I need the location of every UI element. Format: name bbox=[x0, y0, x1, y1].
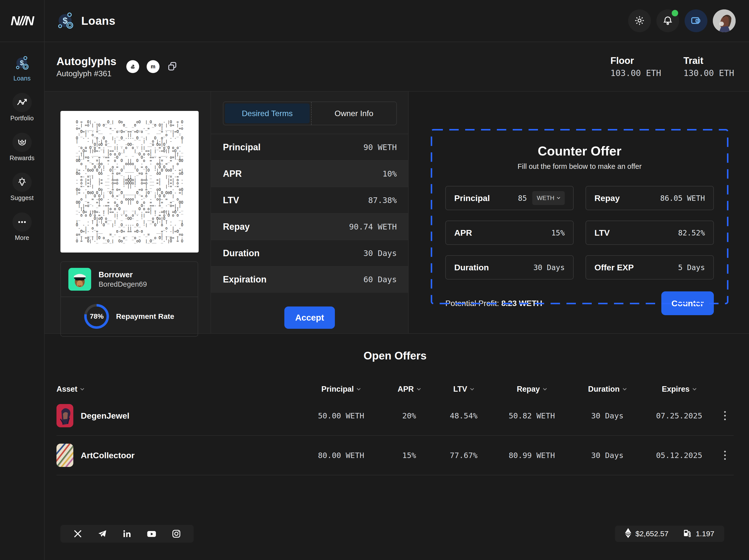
asset-panel: O = O| -_ __O_| Oo_ _oO |_O__ _- |O = O … bbox=[45, 92, 211, 333]
nft-image: O = O| -_ __O_| Oo_ _oO |_O__ _- |O = O … bbox=[60, 111, 199, 252]
user-avatar[interactable] bbox=[713, 9, 735, 32]
notifications-button[interactable] bbox=[656, 9, 679, 32]
marketplace-icon[interactable]: m bbox=[147, 60, 159, 73]
copy-address-button[interactable] bbox=[167, 61, 178, 72]
offer-row-degenjewel[interactable]: DegenJewel 50.00 WETH 20% 48.54% 50.82 W… bbox=[57, 396, 734, 436]
offers-table-header: Asset Principal APR LTV bbox=[57, 385, 734, 394]
potential-profit-value: 8.23 WETH bbox=[501, 299, 542, 308]
sort-duration[interactable]: Duration bbox=[573, 385, 642, 394]
ltv-field[interactable]: LTV 82.52% bbox=[585, 221, 714, 245]
repayment-ring: 78% bbox=[84, 304, 109, 329]
sidebar-item-label: Portfolio bbox=[10, 115, 34, 122]
tab-desired-terms[interactable]: Desired Terms bbox=[225, 104, 309, 123]
sort-repay[interactable]: Repay bbox=[491, 385, 573, 394]
svg-text:m: m bbox=[151, 64, 155, 70]
topbar: N//N $ Loans bbox=[0, 0, 749, 42]
floor-value: 103.00 ETH bbox=[611, 68, 661, 78]
floor-stat: Floor 103.00 ETH bbox=[611, 55, 661, 78]
linkedin-icon[interactable] bbox=[122, 529, 132, 539]
sidebar-item-label: Rewards bbox=[10, 155, 35, 162]
term-row-ltv: LTV 87.38% bbox=[211, 187, 408, 213]
chevron-down-icon bbox=[470, 388, 474, 391]
more-dots-icon bbox=[13, 212, 32, 232]
x-twitter-icon[interactable] bbox=[73, 529, 83, 539]
sidebar-item-label: More bbox=[15, 234, 29, 241]
settings-button[interactable] bbox=[628, 9, 651, 32]
apr-field[interactable]: APR 15% bbox=[445, 221, 574, 245]
principal-field[interactable]: Principal 85 WETH bbox=[445, 186, 574, 210]
open-offers-section: Open Offers Asset Principal APR bbox=[45, 334, 749, 525]
sidebar-item-label: Loans bbox=[14, 75, 31, 82]
loans-icon: $ bbox=[13, 53, 32, 72]
asset-header: Autoglyphs Autoglyph #361 bbox=[45, 42, 749, 92]
telegram-icon[interactable] bbox=[97, 529, 107, 539]
sort-principal[interactable]: Principal bbox=[300, 385, 382, 394]
terms-tabs: Desired Terms Owner Info bbox=[223, 102, 397, 125]
lightbulb-icon bbox=[13, 173, 32, 192]
tab-owner-info[interactable]: Owner Info bbox=[311, 102, 396, 125]
sidebar-item-label: Suggest bbox=[10, 194, 34, 202]
sidebar-item-loans[interactable]: $ Loans bbox=[13, 53, 32, 82]
chevron-down-icon bbox=[623, 388, 627, 391]
opensea-icon[interactable] bbox=[126, 60, 139, 73]
trait-label: Trait bbox=[683, 55, 734, 66]
network-stats: $2,652.57 1.197 bbox=[615, 525, 724, 542]
gas-price: 1.197 bbox=[682, 528, 714, 539]
terms-panel: Desired Terms Owner Info Principal 90 WE… bbox=[211, 92, 409, 333]
wallet-icon bbox=[690, 15, 702, 27]
rewards-icon bbox=[13, 133, 32, 152]
kebab-icon bbox=[724, 411, 726, 421]
borrower-card: Borrower BoredDegen69 78% Repayment Rate bbox=[60, 262, 198, 337]
offer-row-artcollectoor[interactable]: ArtCollectoor 80.00 WETH 15% 77.67% 80.9… bbox=[57, 436, 734, 475]
sort-apr[interactable]: APR bbox=[382, 385, 436, 394]
sidebar-item-more[interactable]: More bbox=[13, 212, 32, 241]
term-row-repay: Repay 90.74 WETH bbox=[211, 213, 408, 240]
logo-area: N//N bbox=[0, 0, 45, 42]
sort-expires[interactable]: Expires bbox=[642, 385, 716, 394]
trait-stat: Trait 130.00 ETH bbox=[683, 55, 734, 78]
sort-ltv[interactable]: LTV bbox=[436, 385, 491, 394]
term-row-expiration: Expiration 60 Days bbox=[211, 266, 408, 293]
offer-asset-name: DegenJewel bbox=[81, 411, 130, 421]
wallet-button[interactable] bbox=[685, 9, 707, 32]
chevron-down-icon bbox=[417, 388, 421, 391]
app-root: N//N $ Loans bbox=[0, 0, 749, 560]
offer-asset-avatar bbox=[57, 404, 73, 427]
counter-offer-subtitle: Fill out the form below to make an offer bbox=[445, 162, 714, 171]
offer-menu-button[interactable] bbox=[716, 450, 734, 460]
term-row-duration: Duration 30 Days bbox=[211, 240, 408, 266]
social-links bbox=[60, 525, 194, 543]
sort-asset[interactable]: Asset bbox=[57, 385, 300, 394]
open-offers-title: Open Offers bbox=[57, 350, 734, 362]
sidebar-item-portfolio[interactable]: Portfolio bbox=[10, 93, 34, 122]
youtube-icon[interactable] bbox=[146, 528, 157, 539]
borrower-label: Borrower bbox=[99, 270, 147, 279]
copy-icon bbox=[167, 61, 178, 72]
repay-field[interactable]: Repay 86.05 WETH bbox=[585, 186, 714, 210]
gas-pump-icon bbox=[682, 528, 692, 539]
sidebar-item-suggest[interactable]: Suggest bbox=[10, 173, 34, 202]
chevron-down-icon bbox=[80, 388, 84, 391]
borrower-name: BoredDegen69 bbox=[99, 280, 147, 288]
borrower-avatar bbox=[68, 268, 91, 291]
page-title: Loans bbox=[81, 14, 115, 27]
accept-button[interactable]: Accept bbox=[284, 307, 335, 329]
counter-offer-box: Counter Offer Fill out the form below to… bbox=[430, 129, 729, 305]
offer-exp-field[interactable]: Offer EXP 5 Days bbox=[585, 255, 714, 279]
chevron-down-icon bbox=[692, 388, 697, 391]
collection-name: Autoglyphs bbox=[57, 55, 116, 68]
repayment-rate-value: 78% bbox=[90, 312, 104, 320]
currency-dropdown[interactable]: WETH bbox=[532, 191, 565, 205]
bell-icon bbox=[662, 15, 673, 27]
counter-button[interactable]: Counter bbox=[661, 291, 714, 315]
chevron-down-icon bbox=[557, 197, 560, 199]
offer-menu-button[interactable] bbox=[716, 411, 734, 421]
brand-logo: N//N bbox=[10, 14, 34, 28]
portfolio-icon bbox=[13, 93, 32, 112]
offer-asset-name: ArtCollectoor bbox=[81, 451, 134, 460]
sidebar-item-rewards[interactable]: Rewards bbox=[10, 133, 35, 162]
instagram-icon[interactable] bbox=[171, 529, 181, 539]
duration-field[interactable]: Duration 30 Days bbox=[445, 255, 574, 279]
terms-list: Principal 90 WETH APR 10% LTV 87.38% R bbox=[211, 134, 408, 293]
kebab-icon bbox=[724, 450, 726, 460]
